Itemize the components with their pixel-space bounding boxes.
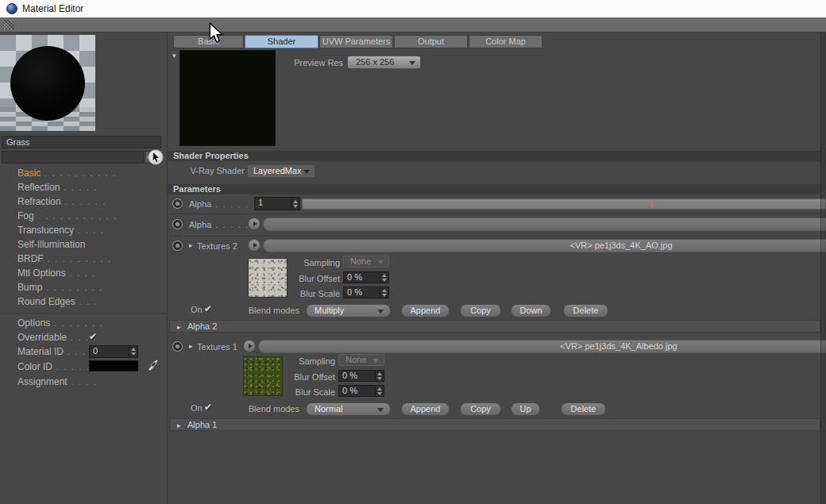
group-alpha2-label: Alpha 2 bbox=[187, 321, 217, 331]
up-button[interactable]: Up bbox=[511, 402, 540, 416]
blend-modes-label: Blend modes bbox=[242, 403, 299, 415]
chevron-right-icon: ▸ bbox=[177, 421, 181, 429]
blend-mode-dropdown[interactable]: Multiply bbox=[306, 304, 391, 317]
blend-mode-dropdown[interactable]: Normal bbox=[306, 402, 391, 416]
blend-mode-value: Multiply bbox=[315, 306, 344, 315]
vray-shader-dropdown[interactable]: LayeredMax bbox=[247, 164, 315, 178]
sidebar-divider bbox=[0, 314, 168, 315]
shader-preview-image bbox=[179, 50, 276, 146]
blur-offset-input[interactable]: 0 % bbox=[343, 271, 389, 283]
blur-scale-label: Blur Scale bbox=[265, 387, 335, 398]
delete-button[interactable]: Delete bbox=[561, 402, 606, 416]
tab-output[interactable]: Output bbox=[394, 35, 468, 48]
pick-material-button[interactable] bbox=[148, 149, 164, 165]
keyframe-circle-icon[interactable] bbox=[172, 198, 183, 209]
sidebar-item-translucency[interactable]: Translucency. . . . bbox=[17, 223, 104, 237]
group-alpha2[interactable]: ▸ Alpha 2 bbox=[169, 320, 820, 333]
sampling-label: Sampling bbox=[265, 356, 335, 367]
blur-offset-stepper[interactable] bbox=[380, 272, 388, 283]
chevron-down-icon bbox=[303, 170, 310, 174]
blur-offset-label: Blur Offset bbox=[270, 273, 340, 285]
alpha-value-stepper[interactable] bbox=[291, 198, 299, 210]
window-title: Material Editor bbox=[22, 0, 83, 17]
delete-button[interactable]: Delete bbox=[563, 304, 608, 317]
sidebar-item-basic[interactable]: Basic. . . . . . . . . . bbox=[17, 166, 117, 180]
material-id-stepper[interactable] bbox=[129, 346, 137, 357]
chevron-down-icon bbox=[409, 61, 415, 65]
sidebar-item-mtl-options[interactable]: Mtl Options. . . . bbox=[17, 266, 96, 280]
chevron-right-icon[interactable]: ▸ bbox=[189, 342, 193, 350]
toolbar bbox=[0, 17, 826, 33]
sidebar-item-refraction[interactable]: Refraction. . . . . . bbox=[17, 194, 106, 209]
group-alpha1-label: Alpha 1 bbox=[187, 420, 217, 429]
tab-uvw-parameters[interactable]: UVW Parameters bbox=[319, 35, 393, 48]
tab-color-map[interactable]: Color Map bbox=[469, 35, 542, 48]
drag-grip-icon[interactable] bbox=[3, 20, 14, 29]
sampling-value: None bbox=[350, 256, 371, 266]
sidebar-item-assignment[interactable]: Assignment. . . . bbox=[17, 375, 98, 389]
on-checkbox[interactable]: ✔ bbox=[204, 303, 212, 314]
textures1-file-slot[interactable]: <VR> pe1j3ds_4K_Albedo.jpg bbox=[258, 340, 826, 353]
keyframe-circle-icon[interactable] bbox=[172, 341, 183, 352]
chevron-right-icon[interactable]: ▸ bbox=[189, 241, 193, 249]
blur-scale-stepper[interactable] bbox=[375, 386, 383, 396]
app-icon bbox=[6, 3, 17, 14]
sidebar-item-brdf[interactable]: BRDF. . . . . . . . . bbox=[17, 252, 112, 266]
copy-button[interactable]: Copy bbox=[460, 402, 501, 416]
eyedropper-icon[interactable] bbox=[147, 358, 158, 371]
preview-res-label: Preview Res bbox=[270, 57, 343, 69]
texture-options-button[interactable] bbox=[248, 217, 261, 230]
row-separator bbox=[169, 214, 820, 214]
chevron-down-icon bbox=[372, 359, 379, 363]
title-bar: Material Editor bbox=[0, 0, 826, 17]
tab-shader[interactable]: Shader bbox=[245, 35, 318, 48]
chevron-down-icon[interactable]: ▾ bbox=[172, 52, 176, 60]
section-shader-properties: Shader Properties bbox=[168, 151, 820, 161]
alpha-value: 1 bbox=[258, 198, 263, 207]
textures2-file-slot[interactable]: <VR> pe1j3ds_4K_AO.jpg bbox=[263, 239, 826, 252]
material-preview-sphere bbox=[10, 46, 85, 121]
blur-scale-input[interactable]: 0 % bbox=[343, 287, 389, 298]
textures2-label: Textures 2 bbox=[197, 240, 237, 252]
keyframe-circle-icon[interactable] bbox=[172, 240, 183, 251]
sidebar-item-fog[interactable]: Fog. . . . . . . . . . . bbox=[17, 209, 118, 223]
sampling-label: Sampling bbox=[270, 257, 340, 269]
alpha-texture-slot[interactable] bbox=[263, 217, 826, 231]
on-label: On bbox=[191, 304, 203, 316]
sidebar-item-round-edges[interactable]: Round Edges. . . bbox=[17, 294, 98, 309]
sidebar-item-options[interactable]: Options. . . . . . . bbox=[17, 316, 103, 330]
preview-res-dropdown[interactable]: 256 x 256 bbox=[347, 56, 421, 69]
overridable-checkbox[interactable]: ✔ bbox=[89, 331, 97, 342]
on-checkbox[interactable]: ✔ bbox=[204, 402, 212, 413]
texture-options-button[interactable] bbox=[248, 239, 261, 252]
chevron-down-icon bbox=[377, 260, 384, 264]
material-reference-field[interactable] bbox=[2, 151, 144, 164]
shader-panel: Basic Shader UVW Parameters Output Color… bbox=[168, 33, 826, 504]
sidebar-item-self-illumination[interactable]: Self-Illumination bbox=[17, 237, 89, 252]
group-alpha1[interactable]: ▸ Alpha 1 bbox=[169, 418, 820, 431]
copy-button[interactable]: Copy bbox=[460, 304, 501, 317]
slider-tick-icon bbox=[651, 201, 653, 208]
append-button[interactable]: Append bbox=[401, 402, 450, 416]
blur-offset-stepper[interactable] bbox=[375, 371, 383, 381]
keyframe-circle-icon[interactable] bbox=[172, 219, 183, 229]
sidebar-item-bump[interactable]: Bump. . . . . . . . bbox=[17, 280, 103, 294]
blur-offset-label: Blur Offset bbox=[265, 371, 335, 383]
alpha-value-input[interactable]: 1 bbox=[254, 197, 300, 210]
material-name-input[interactable]: Grass bbox=[2, 136, 161, 148]
append-button[interactable]: Append bbox=[401, 304, 450, 317]
sampling-dropdown: None bbox=[343, 256, 389, 267]
color-id-swatch[interactable] bbox=[89, 360, 138, 371]
blur-scale-input[interactable]: 0 % bbox=[338, 385, 384, 397]
blur-scale-stepper[interactable] bbox=[380, 287, 388, 298]
mouse-cursor bbox=[208, 22, 224, 44]
texture-options-button[interactable] bbox=[243, 340, 256, 352]
sampling-dropdown: None bbox=[338, 354, 384, 366]
blur-scale-label: Blur Scale bbox=[270, 288, 340, 300]
down-button[interactable]: Down bbox=[511, 304, 551, 317]
blur-offset-input[interactable]: 0 % bbox=[338, 370, 384, 382]
sidebar-item-overridable[interactable]: Overridable. . . . bbox=[17, 330, 97, 344]
material-id-input[interactable]: 0 bbox=[89, 345, 138, 358]
alpha-slider-track[interactable] bbox=[302, 198, 826, 210]
sidebar-item-reflection[interactable]: Reflection. . . . . bbox=[17, 180, 98, 194]
